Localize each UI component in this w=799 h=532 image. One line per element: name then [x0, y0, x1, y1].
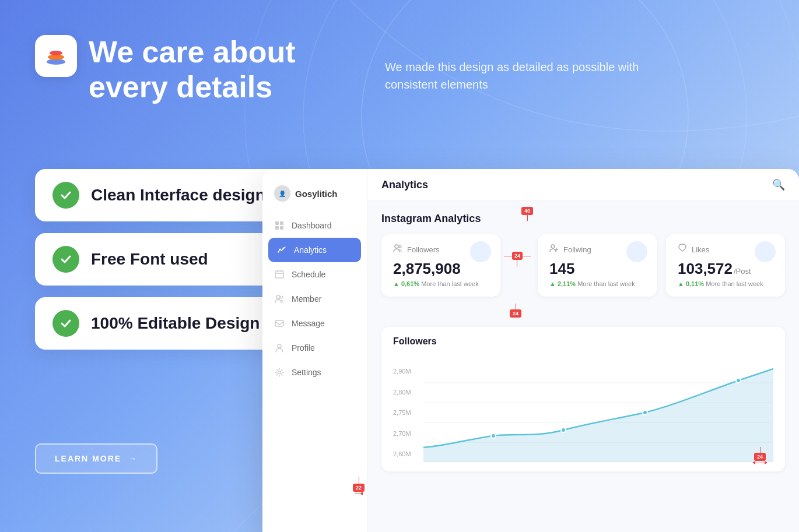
sidebar-label-dashboard: Dashboard	[292, 221, 332, 230]
svg-point-18	[395, 245, 398, 248]
svg-point-14	[281, 296, 283, 298]
feature-cards: Clean Interface design Free Font used 10…	[35, 169, 297, 350]
stats-row: Followers 2,875,908 ▲ 0,61% More than la…	[381, 234, 785, 297]
stat-card-following: Follwing 145 ▲ 2,11% More than last week	[538, 234, 657, 297]
check-icon-3	[52, 310, 79, 337]
y-label-0: 2,90M	[393, 363, 416, 379]
y-label-4: 2,60M	[393, 446, 416, 462]
y-label-3: 2,70M	[393, 425, 416, 442]
y-label-1: 2,80M	[393, 384, 416, 400]
check-icon-2	[52, 246, 79, 273]
sidebar-avatar: 👤	[274, 185, 290, 202]
svg-point-19	[399, 245, 401, 248]
following-icon	[549, 244, 559, 255]
followers-label: Followers	[407, 245, 440, 254]
sidebar-label-member: Member	[292, 294, 321, 304]
gear-icon	[274, 367, 285, 378]
svg-point-20	[551, 245, 555, 248]
svg-rect-6	[275, 221, 279, 225]
feature-text-2: Free Font used	[91, 250, 208, 269]
svg-point-29	[736, 378, 741, 383]
sidebar-item-member[interactable]: Member	[262, 287, 367, 311]
sidebar-label-settings: Settings	[292, 368, 321, 377]
chart-icon	[276, 245, 287, 255]
sidebar-label-analytics: Analytics	[294, 245, 327, 255]
svg-point-13	[276, 295, 280, 299]
svg-point-11	[283, 248, 285, 249]
sidebar-label-schedule: Schedule	[292, 270, 325, 279]
learn-more-button[interactable]: LEARN MORE →	[35, 443, 157, 474]
svg-point-26	[491, 434, 496, 438]
likes-change: ▲ 0,11% More than last week	[678, 280, 773, 287]
main-title: Analytics	[381, 179, 428, 191]
learn-more-arrow: →	[128, 454, 138, 463]
svg-point-16	[278, 344, 281, 348]
sidebar-brand-name: Gosylitich	[295, 189, 338, 199]
sidebar: 👤 Gosylitich Dashboard	[262, 169, 367, 532]
svg-rect-9	[280, 226, 283, 230]
sidebar-brand: 👤 Gosylitich	[262, 181, 367, 213]
mid-annotation-right: 24	[510, 234, 528, 297]
learn-more-label: LEARN MORE	[55, 454, 121, 463]
headline: We care about every details	[89, 35, 369, 105]
search-icon[interactable]: 🔍	[772, 178, 785, 191]
chart-area: 24	[423, 363, 773, 462]
svg-point-17	[278, 371, 281, 374]
sidebar-bottom-badge: 22	[353, 484, 365, 492]
svg-rect-7	[280, 221, 283, 225]
users-icon	[274, 294, 285, 304]
sidebar-item-profile[interactable]: Profile	[262, 336, 367, 360]
likes-bubble	[755, 241, 776, 262]
main-header: Analytics 🔍	[367, 169, 799, 201]
content-area: Instagram Analytics 40	[367, 201, 799, 532]
feature-card-1: Clean Interface design	[35, 169, 297, 221]
followers-icon	[393, 244, 402, 255]
following-change: ▲ 2,11% More than last week	[549, 280, 645, 287]
section-header: Instagram Analytics 40	[381, 213, 785, 225]
y-label-2: 2,75M	[393, 404, 416, 421]
svg-rect-12	[275, 271, 283, 278]
followers-value: 2,875,908	[393, 260, 489, 278]
sidebar-label-profile: Profile	[292, 343, 315, 353]
svg-point-10	[279, 249, 281, 251]
following-label: Follwing	[563, 245, 591, 254]
chart-title: Followers	[393, 336, 437, 347]
sidebar-label-message: Message	[292, 319, 325, 328]
svg-point-27	[561, 428, 566, 432]
bottom-row-annotation: 24	[381, 304, 785, 318]
grid-icon	[274, 220, 285, 231]
following-bubble	[626, 241, 647, 262]
sidebar-item-dashboard[interactable]: Dashboard	[262, 213, 367, 238]
feature-text-1: Clean Interface design	[91, 186, 265, 205]
sidebar-item-settings[interactable]: Settings	[262, 360, 367, 385]
section-title: Instagram Analytics	[381, 213, 481, 224]
svg-rect-15	[275, 320, 283, 326]
followers-chart-section: Followers 2,90M 2,80M 2,75M 2,70M 2,60M	[381, 327, 785, 471]
chart-bottom-annotation: 24	[752, 447, 768, 464]
chart-container: 2,90M 2,80M 2,75M 2,70M 2,60M	[393, 363, 773, 462]
feature-card-3: 100% Editable Design	[35, 297, 297, 350]
svg-point-5	[50, 51, 62, 55]
sidebar-item-schedule[interactable]: Schedule	[262, 262, 367, 287]
heart-icon	[678, 244, 687, 255]
sidebar-item-analytics[interactable]: Analytics	[268, 238, 361, 262]
chart-y-axis: 2,90M 2,80M 2,75M 2,70M 2,60M	[393, 363, 416, 462]
dashboard-panel: 👤 Gosylitich Dashboard	[262, 169, 799, 532]
check-icon-1	[52, 182, 79, 209]
svg-rect-8	[275, 226, 279, 230]
followers-bubble	[470, 241, 491, 262]
logo-icon	[35, 35, 77, 77]
followers-change: ▲ 0,61% More than last week	[393, 280, 489, 287]
svg-point-28	[643, 410, 647, 415]
mail-icon	[274, 318, 285, 329]
person-icon	[274, 343, 285, 353]
likes-value: 103,572/Post	[678, 260, 773, 278]
stat-card-followers: Followers 2,875,908 ▲ 0,61% More than la…	[381, 234, 500, 297]
feature-text-3: 100% Editable Design	[91, 314, 260, 333]
calendar-icon	[274, 269, 285, 280]
subtitle: We made this design as detailed as possi…	[385, 58, 688, 93]
sidebar-item-message[interactable]: Message	[262, 311, 367, 336]
main-content: Analytics 🔍 Instagram Analytics 40	[367, 169, 799, 532]
top-annotation: 40	[521, 207, 533, 221]
logo-wrapper: We care about every details	[35, 35, 369, 105]
